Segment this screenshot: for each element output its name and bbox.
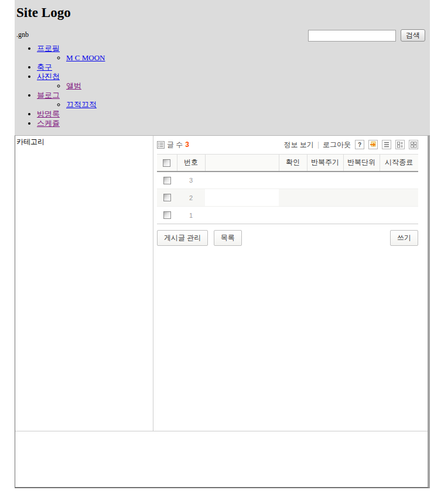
table-row: 2 [157,189,418,207]
logout-link[interactable]: 로그아웃 [323,140,351,150]
row-checkbox-cell [157,207,177,224]
site-header: Site Logo .gnb 검색 프로필 M C MOON 축구 [15,0,430,135]
columns: 카테고리 글 수 3 [15,136,428,431]
row-checkbox-cell [157,172,177,189]
site-logo: Site Logo [16,5,430,20]
header-title [205,155,279,172]
row-title [205,207,279,224]
help-icon[interactable]: ? [355,140,364,149]
nav-link-schedule[interactable]: 스케쥴 [37,119,60,128]
row-cycle [307,172,343,189]
post-count-value: 3 [185,140,189,149]
nav-link-profile[interactable]: 프로필 [37,44,60,53]
right-buttons: 쓰기 [390,230,418,246]
header-confirm: 확인 [279,155,307,172]
content-box: 카테고리 글 수 3 [15,135,430,488]
category-title: 카테고리 [16,138,45,146]
table-header-row: 번호 확인 반복주기 반복단위 시작종료 [157,155,418,172]
row-unit [343,189,380,207]
list-button[interactable]: 목록 [214,230,242,246]
nav-link-photos[interactable]: 사진첩 [37,72,60,81]
row-confirm [279,207,307,224]
gnb-nav: 프로필 M C MOON 축구 사진첩 앨범 [16,44,430,128]
row-period [380,172,418,189]
search-button[interactable]: 검색 [401,29,425,42]
row-confirm [279,189,307,207]
info-view-link[interactable]: 정보 보기 [284,140,314,150]
nav-item-photos: 사진첩 앨범 [37,72,430,91]
nav-link-blog[interactable]: 블로그 [37,91,60,100]
board-topbar: 글 수 3 정보 보기 | 로그아웃 ? [157,138,418,151]
nav-link-mcmoon[interactable]: M C MOON [66,53,105,62]
nav-subitem-scribble: 끄적끄적 [66,100,430,109]
page-wrapper: Site Logo .gnb 검색 프로필 M C MOON 축구 [15,0,430,488]
table-row: 3 [157,172,418,189]
list-count-icon [157,141,165,149]
row-unit [343,207,380,224]
nav-link-guestbook[interactable]: 방명록 [37,109,60,118]
topbar-right: 정보 보기 | 로그아웃 ? [284,140,418,150]
post-count: 글 수 3 [157,140,189,150]
topbar-separator: | [317,140,319,149]
row-no: 3 [177,172,205,189]
post-count-label: 글 수 [167,140,183,150]
nav-link-scribble[interactable]: 끄적끄적 [66,100,97,109]
header-period: 시작종료 [380,155,418,172]
row-unit [343,172,380,189]
button-row: 게시글 관리 목록 쓰기 [157,230,418,246]
gallery-view-icon[interactable] [409,140,418,149]
list-view-icon[interactable] [382,140,391,149]
row-no: 2 [177,189,205,207]
row-cycle [307,207,343,224]
left-buttons: 게시글 관리 목록 [157,230,245,246]
header-unit: 반복단위 [343,155,380,172]
row-checkbox[interactable] [163,194,171,201]
row-period [380,207,418,224]
admin-doc-icon[interactable] [368,140,378,149]
row-period [380,189,418,207]
nav-link-soccer[interactable]: 축구 [37,63,52,71]
board-table: 번호 확인 반복주기 반복단위 시작종료 3 [157,154,418,224]
webzine-view-icon[interactable] [395,140,405,149]
nav-item-schedule: 스케쥴 [37,119,430,128]
category-panel: 카테고리 [15,136,153,431]
row-cycle [307,189,343,207]
header-no: 번호 [177,155,205,172]
search-area: 검색 [308,29,425,42]
row-checkbox[interactable] [163,177,171,184]
manage-posts-button[interactable]: 게시글 관리 [157,230,208,246]
search-input[interactable] [308,30,396,42]
row-title [205,189,279,207]
nav-item-soccer: 축구 [37,63,430,72]
nav-subitem-album: 앨범 [66,81,430,91]
select-all-checkbox[interactable] [163,159,170,167]
nav-link-album[interactable]: 앨범 [66,81,81,90]
nav-item-blog: 블로그 끄적끄적 [37,91,430,109]
board-panel: 글 수 3 정보 보기 | 로그아웃 ? [153,136,428,431]
nav-item-guestbook: 방명록 [37,109,430,119]
header-checkbox-cell [157,155,177,172]
header-cycle: 반복주기 [307,155,343,172]
write-button[interactable]: 쓰기 [390,230,418,246]
row-title [205,172,279,189]
svg-text:?: ? [358,142,361,148]
row-no: 1 [177,207,205,224]
row-checkbox-cell [157,189,177,207]
nav-item-profile: 프로필 M C MOON [37,44,430,63]
nav-subitem-mcmoon: M C MOON [66,53,430,63]
row-checkbox[interactable] [163,211,171,219]
footer-area [15,431,428,487]
table-row: 1 [157,207,418,224]
row-confirm [279,172,307,189]
